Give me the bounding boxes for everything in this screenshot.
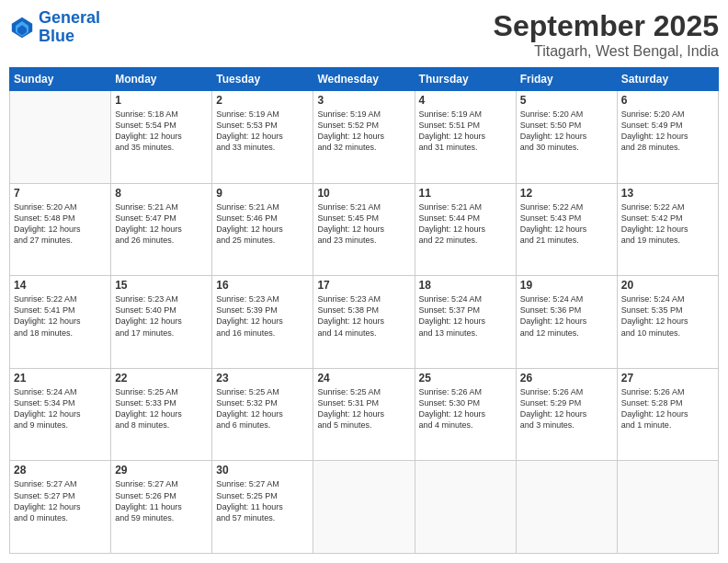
- calendar-cell: 2Sunrise: 5:19 AM Sunset: 5:53 PM Daylig…: [212, 91, 313, 184]
- day-number: 3: [317, 94, 410, 107]
- cell-info: Sunrise: 5:21 AM Sunset: 5:46 PM Dayligh…: [216, 201, 309, 247]
- calendar-cell: 28Sunrise: 5:27 AM Sunset: 5:27 PM Dayli…: [10, 461, 111, 554]
- cell-info: Sunrise: 5:26 AM Sunset: 5:28 PM Dayligh…: [621, 386, 714, 431]
- title-block: September 2025 Titagarh, West Bengal, In…: [494, 9, 719, 60]
- day-number: 24: [317, 372, 410, 385]
- calendar-cell: 3Sunrise: 5:19 AM Sunset: 5:52 PM Daylig…: [313, 91, 415, 184]
- calendar-cell: 15Sunrise: 5:23 AM Sunset: 5:40 PM Dayli…: [111, 276, 212, 369]
- calendar-cell: 1Sunrise: 5:18 AM Sunset: 5:54 PM Daylig…: [111, 91, 212, 184]
- calendar-cell: [10, 91, 111, 184]
- cell-info: Sunrise: 5:23 AM Sunset: 5:40 PM Dayligh…: [115, 293, 208, 339]
- calendar-cell: 7Sunrise: 5:20 AM Sunset: 5:48 PM Daylig…: [10, 183, 111, 276]
- logo-icon: [9, 15, 35, 40]
- cell-info: Sunrise: 5:20 AM Sunset: 5:48 PM Dayligh…: [14, 201, 107, 247]
- calendar-cell: 13Sunrise: 5:22 AM Sunset: 5:42 PM Dayli…: [617, 183, 718, 276]
- cell-info: Sunrise: 5:25 AM Sunset: 5:31 PM Dayligh…: [317, 386, 410, 431]
- calendar-cell: 11Sunrise: 5:21 AM Sunset: 5:44 PM Dayli…: [415, 183, 516, 276]
- cell-info: Sunrise: 5:26 AM Sunset: 5:29 PM Dayligh…: [520, 386, 613, 431]
- day-number: 14: [14, 279, 107, 292]
- calendar-cell: 29Sunrise: 5:27 AM Sunset: 5:26 PM Dayli…: [111, 461, 212, 554]
- day-number: 17: [317, 279, 410, 292]
- calendar-cell: 14Sunrise: 5:22 AM Sunset: 5:41 PM Dayli…: [10, 276, 111, 369]
- calendar-cell: 22Sunrise: 5:25 AM Sunset: 5:33 PM Dayli…: [111, 368, 212, 461]
- day-number: 9: [216, 187, 309, 200]
- day-number: 2: [216, 94, 309, 107]
- cell-info: Sunrise: 5:19 AM Sunset: 5:51 PM Dayligh…: [419, 109, 512, 154]
- day-number: 22: [115, 372, 208, 385]
- cell-info: Sunrise: 5:22 AM Sunset: 5:41 PM Dayligh…: [14, 293, 107, 339]
- location: Titagarh, West Bengal, India: [494, 43, 719, 60]
- calendar-cell: 20Sunrise: 5:24 AM Sunset: 5:35 PM Dayli…: [617, 276, 718, 369]
- cell-info: Sunrise: 5:24 AM Sunset: 5:36 PM Dayligh…: [520, 293, 613, 339]
- weekday-header: Wednesday: [313, 68, 415, 91]
- calendar-cell: [617, 461, 718, 554]
- day-number: 27: [621, 372, 714, 385]
- day-number: 29: [115, 464, 208, 477]
- cell-info: Sunrise: 5:24 AM Sunset: 5:35 PM Dayligh…: [621, 293, 714, 339]
- weekday-header: Tuesday: [212, 68, 313, 91]
- page: General Blue September 2025 Titagarh, We…: [0, 0, 728, 563]
- day-number: 13: [621, 187, 714, 200]
- logo: General Blue: [9, 9, 100, 46]
- day-number: 4: [419, 94, 512, 107]
- calendar-cell: 18Sunrise: 5:24 AM Sunset: 5:37 PM Dayli…: [415, 276, 516, 369]
- calendar-week-row: 7Sunrise: 5:20 AM Sunset: 5:48 PM Daylig…: [10, 183, 719, 276]
- calendar-cell: 8Sunrise: 5:21 AM Sunset: 5:47 PM Daylig…: [111, 183, 212, 276]
- calendar-cell: 5Sunrise: 5:20 AM Sunset: 5:50 PM Daylig…: [516, 91, 617, 184]
- cell-info: Sunrise: 5:27 AM Sunset: 5:27 PM Dayligh…: [14, 478, 107, 523]
- calendar-cell: 24Sunrise: 5:25 AM Sunset: 5:31 PM Dayli…: [313, 368, 415, 461]
- weekday-header: Sunday: [10, 68, 111, 91]
- day-number: 28: [14, 464, 107, 477]
- calendar-cell: 26Sunrise: 5:26 AM Sunset: 5:29 PM Dayli…: [516, 368, 617, 461]
- day-number: 1: [115, 94, 208, 107]
- cell-info: Sunrise: 5:23 AM Sunset: 5:38 PM Dayligh…: [317, 293, 410, 339]
- day-number: 25: [419, 372, 512, 385]
- header: General Blue September 2025 Titagarh, We…: [9, 9, 719, 60]
- calendar-cell: 10Sunrise: 5:21 AM Sunset: 5:45 PM Dayli…: [313, 183, 415, 276]
- calendar-week-row: 21Sunrise: 5:24 AM Sunset: 5:34 PM Dayli…: [10, 368, 719, 461]
- day-number: 12: [520, 187, 613, 200]
- cell-info: Sunrise: 5:24 AM Sunset: 5:34 PM Dayligh…: [14, 386, 107, 431]
- day-number: 8: [115, 187, 208, 200]
- calendar-cell: 27Sunrise: 5:26 AM Sunset: 5:28 PM Dayli…: [617, 368, 718, 461]
- day-number: 11: [419, 187, 512, 200]
- weekday-header: Saturday: [617, 68, 718, 91]
- calendar-cell: 21Sunrise: 5:24 AM Sunset: 5:34 PM Dayli…: [10, 368, 111, 461]
- calendar-cell: 9Sunrise: 5:21 AM Sunset: 5:46 PM Daylig…: [212, 183, 313, 276]
- day-number: 19: [520, 279, 613, 292]
- calendar-header-row: SundayMondayTuesdayWednesdayThursdayFrid…: [10, 68, 719, 91]
- cell-info: Sunrise: 5:23 AM Sunset: 5:39 PM Dayligh…: [216, 293, 309, 339]
- cell-info: Sunrise: 5:21 AM Sunset: 5:44 PM Dayligh…: [419, 201, 512, 247]
- cell-info: Sunrise: 5:26 AM Sunset: 5:30 PM Dayligh…: [419, 386, 512, 431]
- calendar-cell: 23Sunrise: 5:25 AM Sunset: 5:32 PM Dayli…: [212, 368, 313, 461]
- calendar-week-row: 1Sunrise: 5:18 AM Sunset: 5:54 PM Daylig…: [10, 91, 719, 184]
- day-number: 26: [520, 372, 613, 385]
- day-number: 15: [115, 279, 208, 292]
- cell-info: Sunrise: 5:22 AM Sunset: 5:42 PM Dayligh…: [621, 201, 714, 247]
- day-number: 5: [520, 94, 613, 107]
- cell-info: Sunrise: 5:24 AM Sunset: 5:37 PM Dayligh…: [419, 293, 512, 339]
- calendar-week-row: 14Sunrise: 5:22 AM Sunset: 5:41 PM Dayli…: [10, 276, 719, 369]
- cell-info: Sunrise: 5:21 AM Sunset: 5:45 PM Dayligh…: [317, 201, 410, 247]
- day-number: 16: [216, 279, 309, 292]
- cell-info: Sunrise: 5:20 AM Sunset: 5:49 PM Dayligh…: [621, 109, 714, 154]
- calendar-cell: 12Sunrise: 5:22 AM Sunset: 5:43 PM Dayli…: [516, 183, 617, 276]
- month-title: September 2025: [494, 9, 719, 43]
- day-number: 7: [14, 187, 107, 200]
- cell-info: Sunrise: 5:19 AM Sunset: 5:53 PM Dayligh…: [216, 109, 309, 154]
- day-number: 20: [621, 279, 714, 292]
- calendar-week-row: 28Sunrise: 5:27 AM Sunset: 5:27 PM Dayli…: [10, 461, 719, 554]
- cell-info: Sunrise: 5:25 AM Sunset: 5:33 PM Dayligh…: [115, 386, 208, 431]
- day-number: 30: [216, 464, 309, 477]
- logo-text: General Blue: [39, 9, 100, 46]
- cell-info: Sunrise: 5:20 AM Sunset: 5:50 PM Dayligh…: [520, 109, 613, 154]
- cell-info: Sunrise: 5:19 AM Sunset: 5:52 PM Dayligh…: [317, 109, 410, 154]
- day-number: 21: [14, 372, 107, 385]
- calendar-cell: 17Sunrise: 5:23 AM Sunset: 5:38 PM Dayli…: [313, 276, 415, 369]
- weekday-header: Thursday: [415, 68, 516, 91]
- day-number: 18: [419, 279, 512, 292]
- calendar-cell: 4Sunrise: 5:19 AM Sunset: 5:51 PM Daylig…: [415, 91, 516, 184]
- cell-info: Sunrise: 5:25 AM Sunset: 5:32 PM Dayligh…: [216, 386, 309, 431]
- cell-info: Sunrise: 5:27 AM Sunset: 5:26 PM Dayligh…: [115, 478, 208, 523]
- day-number: 6: [621, 94, 714, 107]
